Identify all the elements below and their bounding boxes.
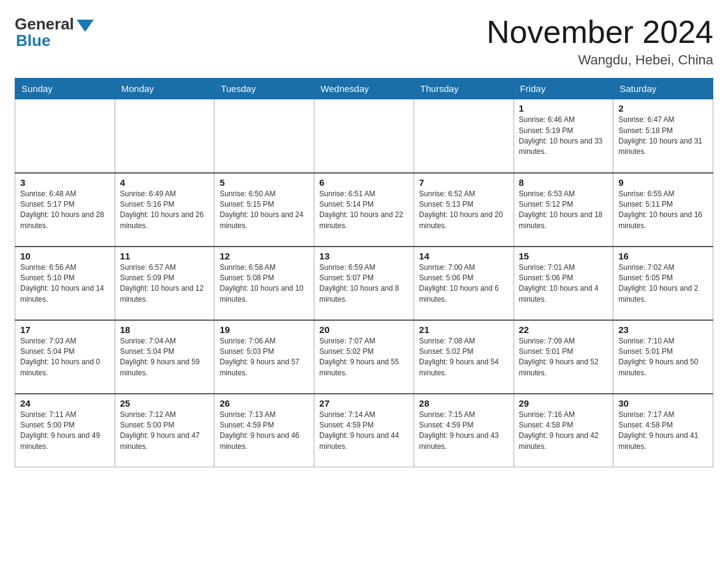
day-info: Sunrise: 6:50 AMSunset: 5:15 PMDaylight:… — [219, 189, 309, 232]
table-row: 29Sunrise: 7:16 AMSunset: 4:58 PMDayligh… — [514, 394, 613, 467]
day-number: 13 — [319, 251, 409, 261]
day-info: Sunrise: 6:56 AMSunset: 5:10 PMDaylight:… — [20, 262, 110, 305]
day-info: Sunrise: 6:46 AMSunset: 5:19 PMDaylight:… — [519, 115, 609, 158]
table-row: 26Sunrise: 7:13 AMSunset: 4:59 PMDayligh… — [214, 394, 314, 467]
day-info: Sunrise: 7:04 AMSunset: 5:04 PMDaylight:… — [120, 336, 210, 379]
table-row: 21Sunrise: 7:08 AMSunset: 5:02 PMDayligh… — [414, 320, 514, 394]
table-row: 22Sunrise: 7:09 AMSunset: 5:01 PMDayligh… — [514, 320, 613, 394]
day-info: Sunrise: 6:49 AMSunset: 5:16 PMDaylight:… — [120, 189, 210, 232]
day-info: Sunrise: 7:06 AMSunset: 5:03 PMDaylight:… — [219, 336, 309, 379]
table-row: 2Sunrise: 6:47 AMSunset: 5:18 PMDaylight… — [613, 99, 713, 173]
calendar-week-row: 24Sunrise: 7:11 AMSunset: 5:00 PMDayligh… — [15, 394, 713, 467]
logo-blue-text: Blue — [15, 31, 50, 50]
day-info: Sunrise: 7:00 AMSunset: 5:06 PMDaylight:… — [419, 262, 509, 305]
table-row: 17Sunrise: 7:03 AMSunset: 5:04 PMDayligh… — [15, 320, 115, 394]
table-row: 18Sunrise: 7:04 AMSunset: 5:04 PMDayligh… — [115, 320, 214, 394]
table-row — [115, 99, 214, 173]
table-row: 3Sunrise: 6:48 AMSunset: 5:17 PMDaylight… — [15, 173, 115, 247]
day-number: 18 — [120, 324, 210, 335]
logo: General Blue — [15, 15, 94, 50]
day-number: 30 — [618, 398, 708, 408]
weekday-header-friday: Friday — [514, 79, 613, 99]
day-number: 14 — [419, 251, 509, 261]
day-info: Sunrise: 7:02 AMSunset: 5:05 PMDaylight:… — [618, 262, 708, 305]
calendar-week-row: 1Sunrise: 6:46 AMSunset: 5:19 PMDaylight… — [15, 99, 713, 173]
table-row: 1Sunrise: 6:46 AMSunset: 5:19 PMDaylight… — [514, 99, 613, 173]
day-info: Sunrise: 7:11 AMSunset: 5:00 PMDaylight:… — [20, 410, 110, 453]
day-number: 3 — [20, 177, 110, 188]
table-row: 5Sunrise: 6:50 AMSunset: 5:15 PMDaylight… — [214, 173, 314, 247]
table-row: 20Sunrise: 7:07 AMSunset: 5:02 PMDayligh… — [314, 320, 414, 394]
table-row: 13Sunrise: 6:59 AMSunset: 5:07 PMDayligh… — [314, 247, 414, 320]
day-number: 17 — [20, 324, 110, 335]
day-number: 20 — [319, 324, 409, 335]
table-row: 24Sunrise: 7:11 AMSunset: 5:00 PMDayligh… — [15, 394, 115, 467]
day-number: 22 — [519, 324, 609, 335]
table-row: 28Sunrise: 7:15 AMSunset: 4:59 PMDayligh… — [414, 394, 514, 467]
weekday-header-thursday: Thursday — [414, 79, 514, 99]
day-number: 23 — [618, 324, 708, 335]
weekday-header-row: SundayMondayTuesdayWednesdayThursdayFrid… — [15, 79, 713, 99]
table-row: 4Sunrise: 6:49 AMSunset: 5:16 PMDaylight… — [115, 173, 214, 247]
weekday-header-saturday: Saturday — [613, 79, 713, 99]
calendar-week-row: 3Sunrise: 6:48 AMSunset: 5:17 PMDaylight… — [15, 173, 713, 247]
table-row: 14Sunrise: 7:00 AMSunset: 5:06 PMDayligh… — [414, 247, 514, 320]
day-info: Sunrise: 7:13 AMSunset: 4:59 PMDaylight:… — [219, 410, 309, 453]
table-row — [214, 99, 314, 173]
table-row: 9Sunrise: 6:55 AMSunset: 5:11 PMDaylight… — [613, 173, 713, 247]
calendar-table: SundayMondayTuesdayWednesdayThursdayFrid… — [15, 78, 713, 467]
calendar-week-row: 17Sunrise: 7:03 AMSunset: 5:04 PMDayligh… — [15, 320, 713, 394]
day-number: 1 — [519, 103, 609, 113]
day-info: Sunrise: 7:15 AMSunset: 4:59 PMDaylight:… — [419, 410, 509, 453]
day-info: Sunrise: 6:58 AMSunset: 5:08 PMDaylight:… — [219, 262, 309, 305]
table-row: 15Sunrise: 7:01 AMSunset: 5:06 PMDayligh… — [514, 247, 613, 320]
day-number: 8 — [519, 177, 609, 188]
day-info: Sunrise: 7:16 AMSunset: 4:58 PMDaylight:… — [519, 410, 609, 453]
day-number: 19 — [219, 324, 309, 335]
month-title: November 2024 — [487, 15, 713, 50]
table-row: 10Sunrise: 6:56 AMSunset: 5:10 PMDayligh… — [15, 247, 115, 320]
table-row: 27Sunrise: 7:14 AMSunset: 4:59 PMDayligh… — [314, 394, 414, 467]
page-header: General Blue November 2024 Wangdu, Hebei… — [15, 15, 713, 68]
day-number: 10 — [20, 251, 110, 261]
location-title: Wangdu, Hebei, China — [487, 52, 713, 68]
weekday-header-monday: Monday — [115, 79, 214, 99]
day-info: Sunrise: 7:09 AMSunset: 5:01 PMDaylight:… — [519, 336, 609, 379]
day-info: Sunrise: 6:52 AMSunset: 5:13 PMDaylight:… — [419, 189, 509, 232]
table-row: 30Sunrise: 7:17 AMSunset: 4:58 PMDayligh… — [613, 394, 713, 467]
table-row: 16Sunrise: 7:02 AMSunset: 5:05 PMDayligh… — [613, 247, 713, 320]
day-number: 11 — [120, 251, 210, 261]
day-number: 2 — [618, 103, 708, 113]
table-row: 11Sunrise: 6:57 AMSunset: 5:09 PMDayligh… — [115, 247, 214, 320]
day-number: 21 — [419, 324, 509, 335]
table-row: 19Sunrise: 7:06 AMSunset: 5:03 PMDayligh… — [214, 320, 314, 394]
day-number: 5 — [219, 177, 309, 188]
day-info: Sunrise: 7:08 AMSunset: 5:02 PMDaylight:… — [419, 336, 509, 379]
day-info: Sunrise: 7:10 AMSunset: 5:01 PMDaylight:… — [618, 336, 708, 379]
day-number: 28 — [419, 398, 509, 408]
day-info: Sunrise: 7:01 AMSunset: 5:06 PMDaylight:… — [519, 262, 609, 305]
title-block: November 2024 Wangdu, Hebei, China — [487, 15, 713, 68]
day-number: 25 — [120, 398, 210, 408]
day-info: Sunrise: 7:12 AMSunset: 5:00 PMDaylight:… — [120, 410, 210, 453]
day-info: Sunrise: 6:55 AMSunset: 5:11 PMDaylight:… — [618, 189, 708, 232]
day-number: 7 — [419, 177, 509, 188]
weekday-header-tuesday: Tuesday — [214, 79, 314, 99]
logo-triangle-icon — [77, 20, 94, 32]
table-row: 23Sunrise: 7:10 AMSunset: 5:01 PMDayligh… — [613, 320, 713, 394]
day-number: 26 — [219, 398, 309, 408]
table-row: 7Sunrise: 6:52 AMSunset: 5:13 PMDaylight… — [414, 173, 514, 247]
day-info: Sunrise: 7:07 AMSunset: 5:02 PMDaylight:… — [319, 336, 409, 379]
table-row: 8Sunrise: 6:53 AMSunset: 5:12 PMDaylight… — [514, 173, 613, 247]
day-number: 15 — [519, 251, 609, 261]
day-info: Sunrise: 6:51 AMSunset: 5:14 PMDaylight:… — [319, 189, 409, 232]
day-number: 6 — [319, 177, 409, 188]
day-number: 27 — [319, 398, 409, 408]
day-info: Sunrise: 6:53 AMSunset: 5:12 PMDaylight:… — [519, 189, 609, 232]
day-number: 12 — [219, 251, 309, 261]
table-row: 12Sunrise: 6:58 AMSunset: 5:08 PMDayligh… — [214, 247, 314, 320]
day-info: Sunrise: 6:57 AMSunset: 5:09 PMDaylight:… — [120, 262, 210, 305]
day-info: Sunrise: 6:47 AMSunset: 5:18 PMDaylight:… — [618, 115, 708, 158]
weekday-header-wednesday: Wednesday — [314, 79, 414, 99]
day-info: Sunrise: 6:48 AMSunset: 5:17 PMDaylight:… — [20, 189, 110, 232]
